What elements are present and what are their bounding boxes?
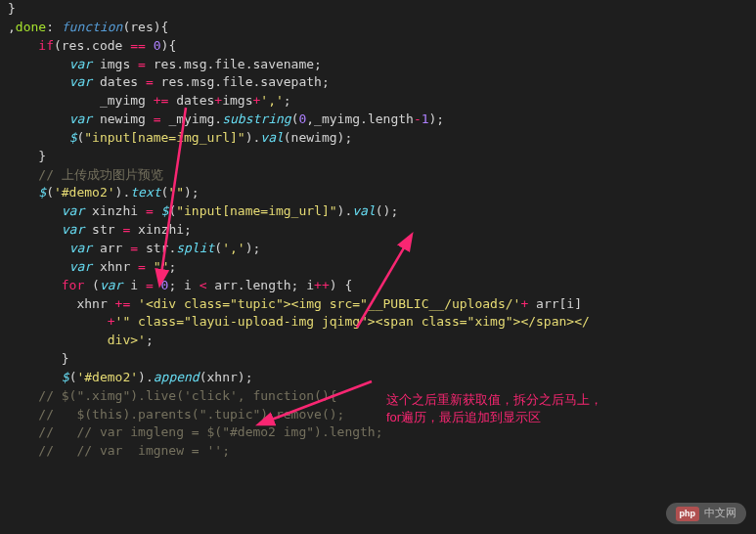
code-line: _myimg += dates+imgs+','; (8, 93, 291, 108)
code-line: $('#demo2').append(xhnr); (8, 370, 253, 384)
code-editor[interactable]: } ,done: function(res){ if(res.code == 0… (0, 0, 756, 461)
code-line: var arr = str.split(','); (8, 241, 260, 255)
code-line: ,done: function(res){ (8, 20, 168, 34)
code-line: // $(this).parents(".tupic").remove(); (8, 407, 344, 422)
annotation-text: 这个之后重新获取值，拆分之后马上， for遍历，最后追加到显示区 (386, 391, 602, 426)
code-line: // $(".ximg").live('click', function(){ (8, 388, 337, 403)
code-line: var str = xinzhi; (8, 222, 192, 237)
code-line: } (8, 351, 69, 366)
code-line: xhnr += '<div class="tupic"><img src="__… (8, 296, 582, 311)
code-line: var xinzhi = $("input[name=img_url]").va… (8, 203, 398, 218)
code-line: if(res.code == 0){ (8, 38, 176, 53)
code-line: } (8, 149, 46, 163)
code-line: for (var i = 0; i < arr.length; i++) { (8, 278, 352, 292)
code-line: div>'; (8, 333, 154, 347)
watermark-text: 中文网 (704, 506, 736, 521)
code-line: // // var imgnew = ''; (8, 443, 230, 458)
code-line: var dates = res.msg.file.savepath; (8, 74, 330, 89)
code-line: var newimg = _myimg.substring(0,_myimg.l… (8, 111, 444, 126)
code-line: $("input[name=img_url]").val(newimg); (8, 130, 352, 145)
code-line: $('#demo2').text(""); (8, 185, 200, 200)
code-line: // 上传成功图片预览 (8, 167, 163, 182)
code-line: var imgs = res.msg.file.savename; (8, 57, 322, 71)
code-line: // // var imgleng = $("#demo2 img").leng… (8, 424, 383, 439)
code-line: +'" class="layui-upload-img jqimg"><span… (8, 314, 590, 329)
code-line: } (8, 1, 16, 16)
code-line: var xhnr = ""; (8, 259, 176, 274)
watermark: php 中文网 (666, 503, 747, 524)
watermark-badge: php (676, 507, 700, 521)
